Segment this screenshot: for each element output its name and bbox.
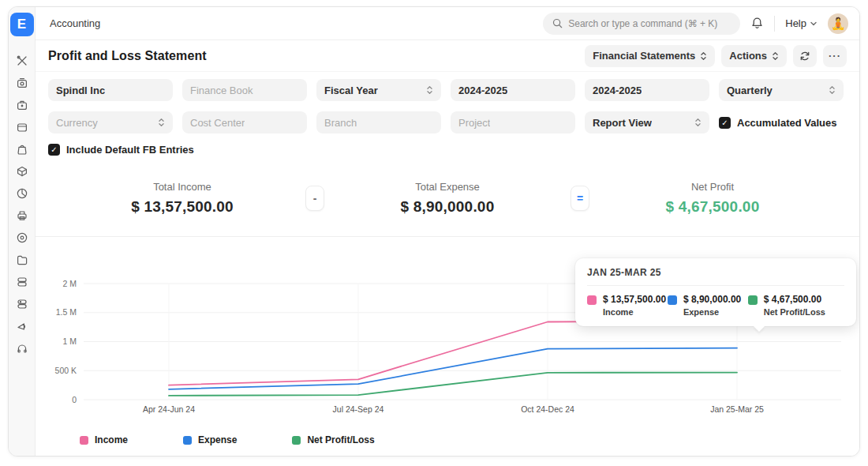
total-income-label: Total Income (59, 181, 305, 193)
company-filter[interactable]: Spindl Inc (48, 79, 173, 101)
periodicity-filter[interactable]: Quarterly (719, 79, 844, 101)
help-menu[interactable]: Help (785, 17, 817, 29)
legend-net-profit-loss: Net Profit/Loss (292, 434, 374, 445)
cash-register-icon (16, 77, 28, 89)
notifications-button[interactable] (750, 17, 764, 30)
printer-icon (16, 209, 28, 222)
target-disc-icon (16, 231, 28, 244)
project-filter[interactable]: Project (451, 111, 575, 133)
financial-statements-label: Financial Statements (593, 50, 695, 62)
expense-swatch (668, 295, 677, 305)
app-logo[interactable]: E (10, 13, 34, 36)
sidebar: E (9, 7, 36, 456)
accumulated-values-label: Accumulated Values (737, 117, 836, 129)
shopping-bag-icon (16, 143, 28, 156)
sidebar-item-package-cube[interactable] (13, 164, 31, 178)
sidebar-item-megaphone[interactable] (13, 319, 31, 333)
currency-filter[interactable]: Currency (48, 111, 173, 133)
finance-book-filter[interactable]: Finance Book (182, 79, 307, 101)
chevron-up-down-icon (426, 85, 433, 95)
chart-tooltip: JAN 25-MAR 25 $ 13,57,500.00 Income $ 8,… (575, 258, 856, 326)
include-default-fb-entries-checkbox[interactable]: ✓Include Default FB Entries (48, 144, 194, 156)
sidebar-item-card[interactable] (13, 120, 31, 133)
from-fiscal-year-filter[interactable]: 2024-2025 (451, 79, 575, 101)
company-value: Spindl Inc (56, 85, 105, 96)
summary-strip: Total Income $ 13,57,500.00 - Total Expe… (36, 181, 859, 216)
topbar: Accounting Help (36, 7, 859, 40)
tooltip-income-value: $ 13,57,500.00 (603, 294, 666, 305)
actions-dropdown[interactable]: Actions (721, 45, 787, 67)
sidebar-item-pie-chart[interactable] (13, 186, 31, 200)
legend-label: Income (95, 434, 128, 445)
sidebar-item-cash-register[interactable] (13, 76, 31, 89)
y-tick-label: 500 K (55, 366, 77, 375)
equals-operator: = (571, 186, 589, 211)
search-input[interactable] (568, 18, 731, 29)
series-line-income[interactable] (169, 321, 737, 385)
tooltip-net-value: $ 4,67,500.00 (764, 294, 825, 305)
main-area: Accounting Help (36, 7, 859, 456)
y-tick-label: 2 M (62, 279, 77, 288)
card-icon (16, 121, 28, 133)
y-tick-label: 0 (72, 395, 77, 404)
sidebar-item-stack-bottom[interactable] (13, 297, 31, 310)
to-fiscal-year-filter[interactable]: 2024-2025 (585, 79, 709, 101)
sidebar-item-stack-top[interactable] (13, 275, 31, 288)
report-view-value: Report View (593, 117, 652, 129)
checkbox-checked-icon[interactable]: ✓ (719, 117, 731, 129)
sidebar-item-printer[interactable] (13, 209, 31, 222)
y-tick-label: 1 M (62, 336, 77, 346)
legend-swatch (80, 436, 88, 445)
x-tick-label: Apr 24-Jun 24 (143, 404, 195, 414)
accumulated-values-checkbox[interactable]: ✓Accumulated Values (719, 117, 836, 129)
chevron-up-down-icon (694, 118, 702, 127)
chevron-up-down-icon (158, 118, 165, 127)
chevron-up-down-icon (829, 85, 836, 95)
sidebar-item-tools[interactable] (13, 54, 31, 67)
total-income-value: $ 13,57,500.00 (59, 198, 305, 216)
refresh-button[interactable] (793, 45, 817, 67)
total-expense-card: Total Expense $ 8,90,000.00 (324, 181, 571, 216)
series-line-net-profit-loss[interactable] (169, 373, 737, 396)
sidebar-item-briefcase[interactable] (13, 98, 31, 111)
page-title: Profit and Loss Statement (48, 49, 207, 63)
bell-icon (750, 17, 764, 30)
currency-placeholder: Currency (56, 117, 98, 129)
tooltip-expense-value: $ 8,90,000.00 (683, 294, 741, 305)
legend-label: Expense (198, 434, 237, 445)
help-label: Help (785, 17, 806, 29)
y-tick-label: 1.5 M (56, 307, 77, 317)
legend-swatch (292, 436, 301, 445)
periodicity-value: Quarterly (727, 85, 773, 96)
legend-income: Income (80, 434, 128, 445)
stack-bottom-icon (16, 298, 28, 310)
filter-based-on-filter[interactable]: Fiscal Year (316, 79, 441, 101)
legend-expense: Expense (183, 434, 237, 445)
stack-top-icon (16, 276, 28, 288)
headphones-icon (16, 342, 28, 355)
branch-filter[interactable]: Branch (316, 111, 441, 133)
branch-placeholder: Branch (324, 117, 357, 129)
sidebar-item-target-disc[interactable] (13, 231, 31, 244)
net-profit-card: Net Profit $ 4,67,500.00 (589, 181, 836, 216)
more-options-button[interactable]: ··· (823, 45, 847, 67)
x-tick-label: Oct 24-Dec 24 (521, 404, 574, 414)
sidebar-item-headphones[interactable] (13, 341, 31, 355)
include-default-fb-entries-label: Include Default FB Entries (66, 144, 194, 156)
report-view-filter[interactable]: Report View (585, 111, 709, 133)
chevron-up-down-icon (700, 51, 707, 61)
sidebar-item-shopping-bag[interactable] (13, 142, 31, 156)
to-fiscal-year-value: 2024-2025 (593, 85, 642, 96)
avatar[interactable]: 🧘 (828, 13, 848, 34)
refresh-icon (799, 51, 810, 62)
search-icon (552, 18, 563, 28)
finance-book-placeholder: Finance Book (190, 85, 253, 96)
sidebar-item-folder[interactable] (13, 253, 31, 266)
app-window: E Accounting Help (8, 6, 860, 457)
cost-center-filter[interactable]: Cost Center (182, 111, 307, 133)
filter-based-on-value: Fiscal Year (324, 85, 378, 96)
legend-label: Net Profit/Loss (307, 434, 374, 445)
financial-statements-dropdown[interactable]: Financial Statements (585, 45, 715, 67)
checkbox-checked-icon[interactable]: ✓ (48, 144, 60, 156)
search-bar[interactable] (543, 13, 740, 35)
